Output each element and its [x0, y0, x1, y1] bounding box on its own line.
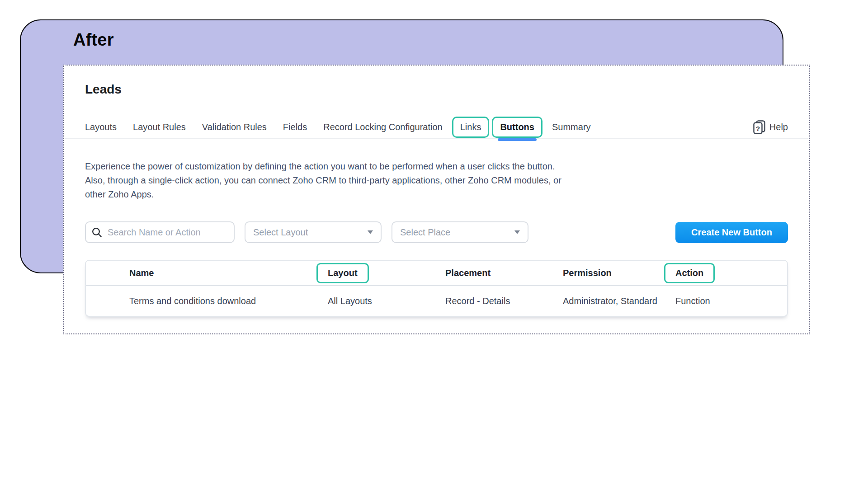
select-layout-value: Select Layout	[253, 227, 308, 238]
buttons-description-text: Experience the power of customization by…	[85, 160, 564, 202]
column-header-layout: Layout	[328, 263, 445, 283]
cell-action: Function	[675, 296, 787, 306]
select-place-value: Select Place	[400, 227, 450, 238]
tab-fields[interactable]: Fields	[283, 122, 307, 132]
help-link[interactable]: ? Help	[753, 120, 788, 134]
chevron-down-icon	[368, 230, 373, 234]
search-icon	[92, 227, 102, 238]
select-place-dropdown[interactable]: Select Place	[392, 221, 528, 243]
column-header-placement: Placement	[445, 268, 563, 278]
tab-buttons[interactable]: Buttons	[492, 117, 542, 138]
tab-validation-rules[interactable]: Validation Rules	[202, 122, 267, 132]
cell-placement: Record - Details	[445, 296, 563, 306]
tab-summary[interactable]: Summary	[552, 122, 591, 132]
filter-toolbar: Select Layout Select Place Create New Bu…	[85, 221, 788, 243]
help-label: Help	[769, 122, 788, 132]
tab-layouts[interactable]: Layouts	[85, 122, 117, 132]
tab-links[interactable]: Links	[452, 117, 490, 138]
cell-layout: All Layouts	[328, 296, 445, 306]
help-icon: ?	[753, 120, 765, 134]
chevron-down-icon	[514, 230, 520, 234]
table-row[interactable]: Terms and conditions download All Layout…	[86, 286, 787, 316]
buttons-table: Name Layout Placement Permission Action …	[85, 260, 788, 317]
leads-customization-panel: Leads Layouts Layout Rules Validation Ru…	[63, 65, 810, 334]
cell-permission: Administrator, Standard	[563, 296, 659, 306]
tab-bar: Layouts Layout Rules Validation Rules Fi…	[85, 117, 788, 138]
column-header-permission: Permission	[563, 268, 675, 278]
cell-name: Terms and conditions download	[86, 296, 328, 306]
tab-layout-rules[interactable]: Layout Rules	[133, 122, 186, 132]
tab-bar-divider	[65, 138, 808, 139]
search-input[interactable]	[107, 227, 228, 238]
after-card-label: After	[73, 30, 114, 50]
action-header-highlight-box: Action	[664, 263, 715, 283]
tab-record-locking-configuration[interactable]: Record Locking Configuration	[323, 122, 443, 132]
create-new-button[interactable]: Create New Button	[675, 222, 788, 243]
svg-text:?: ?	[756, 125, 760, 132]
search-input-container	[85, 221, 235, 243]
table-header-row: Name Layout Placement Permission Action	[86, 261, 787, 286]
layout-header-highlight-box: Layout	[316, 263, 369, 283]
page-title: Leads	[85, 82, 788, 97]
select-layout-dropdown[interactable]: Select Layout	[245, 221, 382, 243]
column-header-name: Name	[86, 268, 328, 278]
column-header-action: Action	[675, 263, 787, 283]
